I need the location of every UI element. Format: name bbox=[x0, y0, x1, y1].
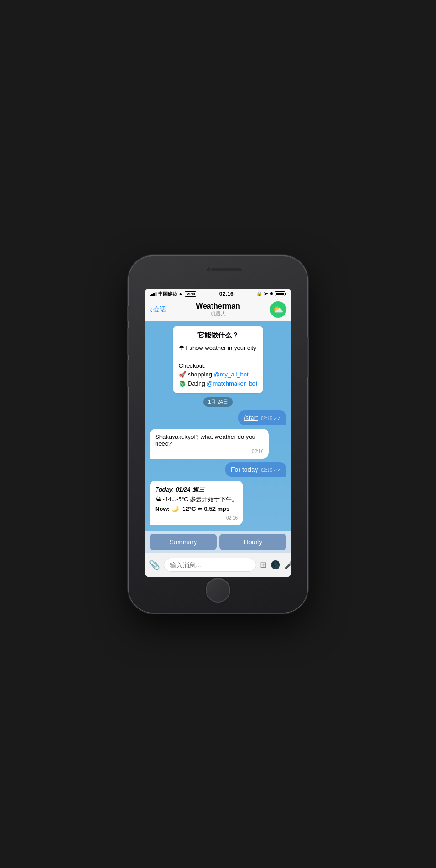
welcome-dating: 🐉 Dating bbox=[179, 380, 205, 387]
welcome-line1: ☂ I show weather in your city bbox=[179, 343, 257, 353]
nav-bar: ‹ 会话 Weatherman 机器人 ⛅ bbox=[145, 299, 291, 321]
welcome-shopping-line: 🚀 shopping @my_ali_bot bbox=[179, 370, 257, 379]
welcome-bubble: 它能做什么？ ☂ I show weather in your city Che… bbox=[173, 326, 264, 394]
chevron-left-icon: ‹ bbox=[150, 305, 152, 315]
chat-area[interactable]: 它能做什么？ ☂ I show weather in your city Che… bbox=[145, 321, 291, 531]
welcome-shopping-link[interactable]: @my_ali_bot bbox=[214, 371, 249, 378]
front-speaker bbox=[210, 268, 242, 271]
lock-icon: 🔒 bbox=[257, 291, 262, 296]
user-message-1-text: /start bbox=[244, 414, 258, 421]
battery-icon bbox=[275, 291, 286, 296]
checkmarks-icon-1: ✓✓ bbox=[274, 416, 281, 421]
bot-message-2-time: 02:16 bbox=[155, 515, 238, 520]
welcome-shopping: 🚀 shopping bbox=[179, 371, 212, 378]
welcome-dating-link[interactable]: @matchmaker_bot bbox=[207, 380, 257, 387]
signal-icon bbox=[150, 292, 157, 296]
weather-line3: Now: 🌙 -12°C ⬅ 0.52 mps bbox=[155, 504, 238, 514]
bot-message-1-time: 02:16 bbox=[155, 449, 263, 454]
signal-bar-1 bbox=[150, 295, 151, 296]
signal-bar-3 bbox=[153, 293, 155, 296]
welcome-body: ☂ I show weather in your city Checkout: … bbox=[179, 343, 257, 388]
checkmarks-icon-2: ✓✓ bbox=[274, 468, 281, 473]
nav-title-area: Weatherman 机器人 bbox=[166, 302, 270, 317]
phone-device: 中国移动 ▲ VPN 02:16 🔒 ➤ ✱ ‹ 会话 bbox=[129, 256, 307, 613]
carrier-label: 中国移动 bbox=[158, 291, 177, 297]
vpn-label: VPN bbox=[185, 291, 196, 297]
user-message-2-text: For today bbox=[231, 466, 258, 473]
signal-bar-2 bbox=[151, 294, 153, 296]
nav-subtitle: 机器人 bbox=[166, 310, 270, 317]
battery-body bbox=[275, 291, 285, 296]
bot-message-1-text: ShakuyakukyoP, what weather do you need? bbox=[155, 433, 263, 447]
bluetooth-icon: ✱ bbox=[269, 291, 273, 296]
message-input[interactable] bbox=[164, 558, 256, 572]
date-badge: 1月 24日 bbox=[203, 397, 232, 407]
user-message-1: /start 02:16 ✓✓ bbox=[238, 410, 286, 425]
welcome-dating-line: 🐉 Dating @matchmaker_bot bbox=[179, 379, 257, 388]
back-label: 会话 bbox=[153, 305, 166, 314]
status-right: 🔒 ➤ ✱ bbox=[257, 291, 286, 296]
weather-line1: Today, 01/24 週三 bbox=[155, 485, 238, 495]
battery-fill bbox=[276, 293, 284, 295]
bot-avatar[interactable]: ⛅ bbox=[270, 301, 286, 318]
sticker-icon[interactable]: ⊞ bbox=[260, 560, 267, 570]
attachment-icon[interactable]: 📎 bbox=[149, 559, 160, 570]
status-left: 中国移动 ▲ VPN bbox=[150, 291, 196, 297]
nav-title: Weatherman bbox=[166, 302, 270, 310]
screen: 中国移动 ▲ VPN 02:16 🔒 ➤ ✱ ‹ 会话 bbox=[145, 289, 291, 577]
mute-button[interactable] bbox=[127, 306, 129, 321]
bot-message-1: ShakuyakukyoP, what weather do you need?… bbox=[150, 429, 269, 459]
user-message-1-time: 02:16 ✓✓ bbox=[261, 416, 281, 421]
bot-avatar-emoji: ⛅ bbox=[273, 304, 283, 315]
home-button[interactable] bbox=[206, 578, 230, 603]
wifi-icon: ▲ bbox=[179, 291, 183, 296]
volume-up-button[interactable] bbox=[127, 328, 129, 355]
input-bar: 📎 ⊞ 🌑 🎤 bbox=[145, 553, 291, 577]
welcome-title: 它能做什么？ bbox=[179, 331, 257, 340]
battery-tip bbox=[285, 293, 286, 295]
welcome-checkout: Checkout: bbox=[179, 361, 257, 370]
power-button[interactable] bbox=[307, 337, 309, 377]
microphone-icon[interactable]: 🎤 bbox=[284, 560, 291, 570]
hourly-button[interactable]: Hourly bbox=[219, 534, 286, 550]
volume-down-button[interactable] bbox=[127, 360, 129, 387]
signal-bar-4 bbox=[155, 292, 157, 296]
summary-button[interactable]: Summary bbox=[150, 534, 217, 550]
status-bar: 中国移动 ▲ VPN 02:16 🔒 ➤ ✱ bbox=[145, 289, 291, 299]
bot-message-2-text: Today, 01/24 週三 🌤 -14...-5°C 多云开始于下午。 No… bbox=[155, 485, 238, 514]
quick-replies: Summary Hourly bbox=[145, 531, 291, 553]
back-button[interactable]: ‹ 会话 bbox=[150, 305, 166, 315]
status-time: 02:16 bbox=[219, 291, 234, 297]
emoji-icon[interactable]: 🌑 bbox=[270, 560, 280, 570]
weather-line2: 🌤 -14...-5°C 多云开始于下午。 bbox=[155, 495, 238, 504]
location-icon: ➤ bbox=[264, 291, 268, 296]
user-message-2: For today 02:16 ✓✓ bbox=[225, 462, 286, 477]
input-right-icons: ⊞ 🌑 🎤 bbox=[260, 560, 291, 570]
bot-message-2: Today, 01/24 週三 🌤 -14...-5°C 多云开始于下午。 No… bbox=[150, 481, 243, 525]
user-message-2-time: 02:16 ✓✓ bbox=[261, 468, 281, 473]
